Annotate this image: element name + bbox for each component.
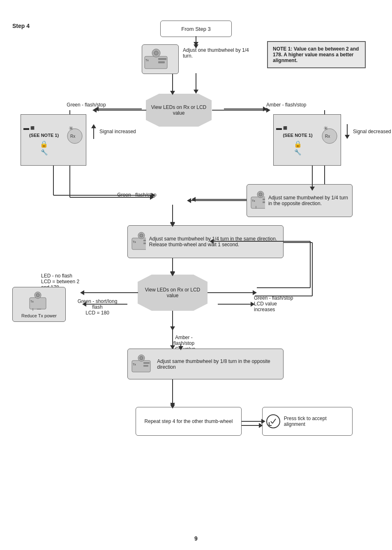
svg-marker-53: [345, 135, 350, 139]
svg-text:Tx: Tx: [252, 199, 255, 202]
signal-increased-label: Signal increased: [99, 129, 136, 134]
svg-marker-48: [91, 124, 96, 128]
svg-marker-35: [170, 403, 175, 407]
svg-marker-18: [191, 197, 196, 202]
svg-rect-67: [30, 298, 46, 309]
amber-flash-stop-top: Amber - flash/stop: [266, 102, 320, 108]
page-number: 9: [194, 535, 198, 542]
see-note1-left: (SEE NOTE 1): [23, 133, 65, 138]
svg-point-69: [36, 293, 39, 297]
adjust-opposite-box: Tx Adjust same thumbwheel by 1/4 turn in…: [247, 184, 353, 217]
repeat-step4-text: Repeat step 4 for the other thumb-wheel: [145, 418, 233, 424]
press-tick-box: Press tick to accept alignment: [262, 407, 353, 436]
svg-rect-78: [143, 365, 148, 367]
device-same-svg: Tx: [131, 231, 146, 252]
green-flash-stop-top-left: Green - flash/stop: [60, 102, 113, 108]
green-flash-stop-mid: Green - flash/stop: [110, 192, 164, 198]
signal-decreased-label: Signal decreased: [353, 129, 391, 134]
svg-rect-66: [143, 243, 146, 244]
note1-box: NOTE 1: Value can be between 2 and 178. …: [267, 41, 366, 68]
adjust-eighth-text: Adjust same thumbwheel by 1/8 turn in th…: [157, 358, 280, 370]
svg-marker-3: [194, 90, 198, 94]
note1-text: NOTE 1: Value can be between 2 and 178. …: [273, 46, 359, 63]
adjust-same-dir-text: Adjust same thumbwheel by 1/4 turn in th…: [149, 236, 280, 247]
svg-point-75: [140, 356, 143, 360]
from-step3-box: From Step 3: [160, 21, 232, 37]
tx-device-reduce-svg: Tx: [29, 291, 49, 312]
svg-marker-89: [92, 108, 97, 113]
press-tick-text: Press tick to accept alignment: [284, 416, 349, 427]
svg-text:Tx: Tx: [133, 363, 136, 366]
svg-text:Tx: Tx: [145, 59, 149, 62]
signal-decreased-area: Signal decreased: [343, 123, 391, 140]
view-leds-octagon-top: View LEDs on Rx or LCD value: [146, 94, 212, 127]
svg-text:Rx: Rx: [70, 134, 75, 139]
adjust-quarter-text: Adjust one thumbwheel by 1/4 turn.: [183, 47, 253, 59]
view-leds-top-label: View LEDs on Rx or LCD value: [150, 104, 208, 116]
reduce-tx-label: Reduce Tx power: [21, 313, 57, 318]
svg-point-40: [154, 51, 158, 55]
see-note1-right: (SEE NOTE 1): [276, 133, 319, 138]
svg-text:Tx: Tx: [30, 300, 34, 303]
svg-rect-58: [263, 199, 265, 200]
svg-point-56: [259, 193, 262, 196]
svg-marker-98: [187, 198, 191, 203]
arrow-up-icon: [90, 123, 98, 140]
device-eighth-svg: Tx: [131, 354, 154, 374]
device-opposite-svg: Tx: [250, 190, 265, 211]
adjust-opposite-text: Adjust same thumbwheel by 1/4 turn in th…: [268, 195, 349, 206]
adjust-same-dir-box: Tx Adjust same thumbwheel by 1/4 turn in…: [127, 225, 284, 258]
signal-increased-area: Signal increased: [90, 123, 136, 140]
from-step3-label: From Step 3: [181, 26, 211, 32]
rx-right-icon: Rx ✳: [321, 125, 338, 147]
svg-marker-91: [266, 108, 270, 113]
device-svg-top: Tx: [144, 48, 177, 71]
page: Step 4: [0, 0, 392, 550]
arrow-down-icon: [343, 123, 351, 140]
svg-point-79: [267, 415, 280, 428]
tick-icon: [266, 414, 281, 429]
svg-text:✳: ✳: [69, 125, 74, 132]
svg-rect-43: [158, 61, 165, 63]
svg-point-63: [140, 234, 143, 237]
svg-rect-42: [158, 58, 166, 60]
reduce-tx-box: Tx Reduce Tx power: [12, 287, 66, 322]
svg-text:✳: ✳: [323, 125, 328, 132]
right-device-box: ▬ ⬛ (SEE NOTE 1) 🔒 🔧 Rx ✳: [273, 114, 341, 166]
view-leds-octagon-bottom: View LEDs on Rx or LCD value: [138, 275, 208, 311]
svg-text:Tx: Tx: [133, 240, 136, 243]
svg-rect-77: [143, 362, 150, 364]
adjust-quarter-device: Tx: [142, 44, 179, 74]
svg-rect-65: [143, 240, 146, 241]
green-flash-stop-right: Green - flash/stop LCD value increases: [254, 289, 318, 312]
adjust-eighth-box: Tx Adjust same thumbwheel by 1/8 turn in…: [127, 349, 284, 379]
svg-text:Rx: Rx: [325, 134, 330, 139]
left-device-box: ▬ ⬛ (SEE NOTE 1) 🔒 🔧 Rx ✳: [21, 114, 86, 166]
view-leds-bottom-label: View LEDs on Rx or LCD value: [142, 287, 203, 298]
green-short-long-label: Green - short/long flash LCD = 180: [69, 293, 126, 316]
svg-marker-85: [194, 42, 198, 46]
step-label: Step 4: [12, 23, 30, 29]
repeat-step4-box: Repeat step 4 for the other thumb-wheel: [136, 407, 242, 436]
rx-left-icon: Rx ✳: [66, 125, 83, 147]
svg-rect-59: [263, 201, 265, 203]
svg-line-81: [272, 419, 276, 423]
